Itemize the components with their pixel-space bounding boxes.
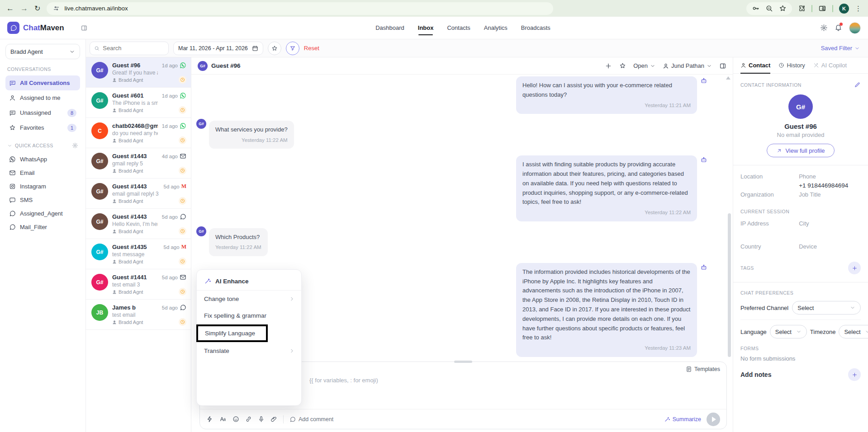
panel-toggle-icon[interactable] [719,62,726,70]
agent-icon [112,320,117,324]
quick-access-whatsapp[interactable]: WhatsApp [5,152,80,166]
assigned-agent: Bradd Agnt [112,259,159,264]
avatar: G# [91,62,108,79]
conversation-item[interactable]: G# Guest #1443 Hello Kevin, I'm here to … [86,209,191,239]
bookmark-star-icon[interactable] [779,5,787,12]
menu-item-change-tone[interactable]: Change tone [197,291,301,307]
nav-contacts[interactable]: Contacts [447,24,470,31]
add-icon[interactable] [605,62,612,70]
nav-dashboard[interactable]: Dashboard [375,24,404,31]
add-tag-button[interactable] [848,262,861,274]
browser-profile-avatar[interactable]: K [839,4,849,14]
sidebar-item-favorites[interactable]: Favorites 1 [5,120,80,135]
nav-inbox[interactable]: Inbox [418,24,434,31]
attachment-icon[interactable] [270,416,277,423]
magic-wand-icon [204,277,211,285]
view-full-profile-button[interactable]: View full profile [767,144,835,157]
search-input[interactable] [90,42,169,55]
star-icon[interactable] [619,62,626,69]
quick-actions-icon[interactable] [206,416,213,423]
filter-button[interactable] [286,42,299,55]
text-format-icon[interactable] [219,416,227,423]
zoom-out-icon[interactable] [765,5,773,12]
timezone-select[interactable]: Select [839,325,868,338]
preferred-channel-select[interactable]: Select [792,301,861,315]
quick-access-sms[interactable]: SMS [5,193,80,207]
conversation-preview: test email 3 [112,282,158,288]
assigned-agent: Bradd Agnt [112,319,158,325]
quick-access-email[interactable]: Email [5,166,80,179]
search-field[interactable] [103,45,164,52]
sidebar-item-label: Favorites [20,124,63,131]
user-avatar[interactable] [849,22,861,34]
language-select[interactable]: Select [770,325,807,338]
envelope-icon [9,169,16,176]
pending-clock-icon [179,318,186,326]
assignee-dropdown[interactable]: Jund Pathan [663,62,712,69]
quick-access-settings-icon[interactable] [72,142,78,149]
emoji-icon[interactable] [232,416,239,423]
add-note-button[interactable] [848,368,861,381]
tab-search-icon[interactable] [818,5,826,13]
unassigned-count-badge: 8 [67,109,76,117]
address-bar[interactable]: live.chatmaven.ai/inbox [47,2,553,15]
nav-analytics[interactable]: Analytics [484,24,508,31]
reset-filter-button[interactable]: Reset [304,45,319,52]
agent-icon [112,259,117,264]
bot-icon [700,156,707,164]
conversation-item[interactable]: G# Guest #1443 gmail reply 5 Bradd Agnt … [86,148,191,178]
menu-item-simplify-language[interactable]: Simplify Language [196,324,268,342]
browser-forward-button[interactable]: → [20,4,28,13]
conversation-list: G# Guest #96 Great! If you have any more… [86,57,191,432]
conversation-item[interactable]: G# Guest #1441 test email 3 Bradd Agnt 5… [86,269,191,300]
sidebar-item-assigned-to-me[interactable]: Assigned to me [5,90,80,105]
templates-button[interactable]: Templates [686,366,720,372]
scroll-up-arrow[interactable] [726,76,730,80]
tab-contact[interactable]: Contact [740,57,770,73]
tab-ai-copilot[interactable]: AI Copilot [813,57,847,73]
quick-access-mail-filter[interactable]: Mail_Filter [5,220,80,234]
quick-access-assigned-agent[interactable]: Assigned_Agent [5,207,80,220]
link-icon[interactable] [245,416,252,423]
menu-item-translate[interactable]: Translate [197,343,301,359]
whatsapp-icon [9,156,16,163]
conversation-item[interactable]: G# Guest #1435 test message Bradd Agnt 5… [86,239,191,269]
edit-pencil-icon[interactable] [854,81,861,88]
nav-broadcasts[interactable]: Broadcasts [521,24,550,31]
add-comment-button[interactable]: Add comment [289,416,333,423]
composer-drag-handle[interactable] [454,361,472,363]
status-dropdown[interactable]: Open [633,62,655,69]
sidebar-item-all-conversations[interactable]: All Conversations [5,75,80,90]
agent-select[interactable]: Bradd Agent [5,44,80,59]
conversation-item[interactable]: G# Guest #601 The iPhone is a smartphone… [86,88,191,118]
date-range-picker[interactable]: Mar 11, 2026 - Apr 11, 2026 [173,42,263,55]
extensions-puzzle-icon[interactable] [798,5,806,12]
saved-filter-dropdown[interactable]: Saved Filter [821,45,860,52]
chatmaven-logo[interactable]: ChatMaven [7,22,75,34]
favorite-filter-button[interactable] [268,42,281,55]
scrollbar-thumb[interactable] [728,213,731,357]
browser-reload-button[interactable]: ↻ [34,4,40,13]
send-button[interactable] [707,413,720,426]
agent-icon [112,199,117,203]
conversation-item[interactable]: JB James b test email Bradd Agnt 5d ago [86,300,191,330]
chevron-down-icon[interactable] [7,143,12,148]
microphone-icon[interactable] [258,416,265,423]
summarize-button[interactable]: Summarize [664,416,701,423]
browser-menu-icon[interactable]: ⋮ [855,5,862,13]
conversation-item[interactable]: G# Guest #96 Great! If you have any more… [86,57,191,88]
guest-avatar: G# [196,119,206,129]
tab-history[interactable]: History [778,57,805,73]
menu-item-fix-spelling[interactable]: Fix spelling & grammar [197,307,301,324]
conversation-item[interactable]: G# Guest #1443 email gmail replyl 3 Brad… [86,178,191,209]
sidebar-item-unassigned[interactable]: Unassigned 8 [5,105,80,120]
password-key-icon[interactable] [752,5,759,12]
quick-access-instagram[interactable]: Instagram [5,179,80,193]
avatar: G# [91,274,108,291]
chatmaven-logo-icon [7,22,19,34]
settings-gear-icon[interactable] [820,24,828,32]
chat-preferences-title: CHAT PREFERENCES [740,290,861,296]
conversation-item[interactable]: C chatb02468@gmail... do you need any he… [86,118,191,148]
browser-back-button[interactable]: ← [6,4,14,13]
sidebar-collapse-icon[interactable] [81,24,88,32]
